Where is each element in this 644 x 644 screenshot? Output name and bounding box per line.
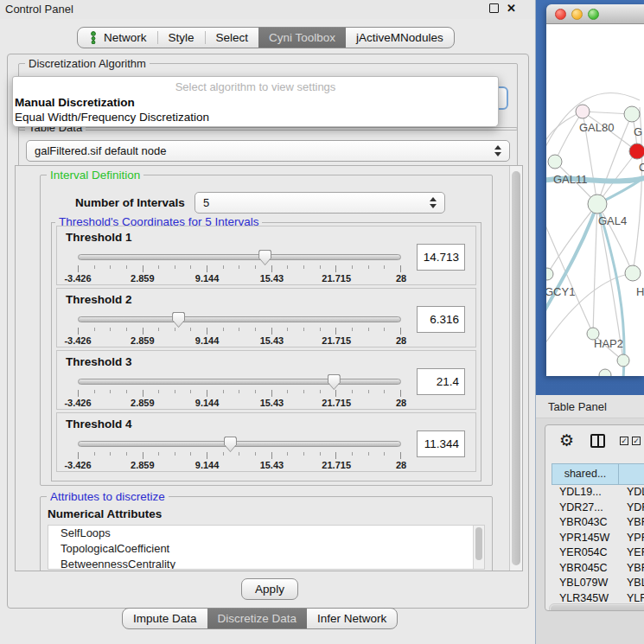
node-attribute-table[interactable]: shared...naYDL19...YDL1YDR27...YDR2YBR04… bbox=[552, 463, 644, 611]
table-horizontal-scrollbar[interactable] bbox=[549, 603, 644, 611]
table-cell[interactable]: YER054C bbox=[552, 545, 619, 561]
slider-handle[interactable] bbox=[224, 437, 237, 452]
tab-cyni-toolbox[interactable]: Cyni Toolbox bbox=[258, 28, 346, 48]
tab-discretize-data[interactable]: Discretize Data bbox=[207, 609, 308, 628]
network-node[interactable] bbox=[599, 369, 611, 376]
table-cell[interactable]: YDL1 bbox=[619, 485, 644, 501]
threshold-value-field[interactable]: 21.4 bbox=[417, 368, 465, 395]
tick-label: 2.859 bbox=[131, 398, 155, 408]
table-cell[interactable]: YBR0 bbox=[619, 561, 644, 577]
network-node-label: GAL11 bbox=[553, 173, 588, 186]
slider-tick-labels: -3.4262.8599.14415.4321.71528 bbox=[78, 398, 401, 408]
tab-select[interactable]: Select bbox=[206, 28, 259, 48]
control-panel-titlebar: Control Panel ✕ bbox=[0, 0, 535, 19]
table-data-combobox[interactable]: galFiltered.sif default node bbox=[26, 140, 510, 162]
table-cell[interactable]: YER0 bbox=[619, 545, 644, 561]
slider-handle[interactable] bbox=[258, 250, 271, 265]
tick-label: 2.859 bbox=[131, 335, 155, 346]
number-of-intervals-combobox[interactable]: 5 bbox=[194, 192, 445, 214]
table-cell[interactable]: YPR145W bbox=[552, 531, 619, 546]
tab-infer-network[interactable]: Infer Network bbox=[307, 609, 397, 628]
network-canvas[interactable]: GAL80GGAL11CGAL4GCY1HHAP2 bbox=[546, 24, 644, 376]
threshold-title: Threshold 4 bbox=[66, 418, 132, 430]
attribute-list-item[interactable]: SelfLoops bbox=[48, 526, 484, 541]
slider-track[interactable] bbox=[78, 441, 401, 447]
tab-style[interactable]: Style bbox=[158, 28, 205, 48]
tick-label: 21.715 bbox=[322, 460, 351, 470]
threshold-slider[interactable]: -3.4262.8599.14415.4321.71528 bbox=[73, 373, 406, 408]
control-panel-tabbar: NetworkStyleSelectCyni ToolboxjActiveMNo… bbox=[77, 27, 455, 48]
table-panel-area: ⚙ ✓ ✓ shared...naYDL19...YDL1YDR27...YDR… bbox=[536, 418, 644, 644]
table-cell[interactable]: YDR27... bbox=[552, 501, 619, 516]
tab-label: Infer Network bbox=[317, 612, 386, 625]
cyni-toolbox-panel: Discretization Algorithm Table Data galF… bbox=[7, 54, 529, 609]
tab-impute-data[interactable]: Impute Data bbox=[123, 609, 207, 628]
threshold-value-field[interactable]: 11.344 bbox=[417, 430, 465, 457]
table-row[interactable]: YER054CYER0 bbox=[552, 545, 644, 561]
columns-icon[interactable] bbox=[590, 434, 605, 448]
network-node[interactable] bbox=[617, 354, 629, 367]
tick-label: 28 bbox=[396, 460, 406, 470]
checked-checkbox-icon[interactable]: ✓ bbox=[620, 437, 628, 445]
network-edge-highlighted[interactable] bbox=[546, 204, 597, 320]
slider-track[interactable] bbox=[78, 254, 401, 260]
attribute-list-item[interactable]: BetweennessCentrality bbox=[48, 557, 484, 570]
table-row[interactable]: YBR043CYBR0 bbox=[552, 515, 644, 531]
tab-jactivemnodules[interactable]: jActiveMNodules bbox=[346, 28, 454, 48]
table-cell[interactable]: YPR1 bbox=[619, 531, 644, 546]
table-panel-toolbar: ⚙ ✓ ✓ bbox=[545, 425, 644, 458]
threshold-value-field[interactable]: 14.713 bbox=[417, 244, 465, 271]
network-node[interactable] bbox=[624, 106, 640, 122]
network-icon bbox=[88, 31, 99, 44]
table-row[interactable]: YDR27...YDR2 bbox=[552, 501, 644, 516]
network-graph[interactable]: GAL80GGAL11CGAL4GCY1HHAP2 bbox=[546, 24, 644, 376]
table-cell[interactable]: YBL0 bbox=[619, 576, 644, 591]
network-node[interactable] bbox=[548, 155, 562, 169]
table-cell[interactable]: YBL079W bbox=[552, 576, 619, 591]
gear-icon[interactable]: ⚙ bbox=[559, 432, 574, 449]
attributes-list-scrollbar[interactable] bbox=[473, 526, 484, 569]
table-column-header[interactable]: na bbox=[619, 463, 644, 485]
slider-handle[interactable] bbox=[172, 312, 185, 328]
table-row[interactable]: YBL079WYBL0 bbox=[552, 576, 644, 591]
close-traffic-icon[interactable] bbox=[555, 9, 566, 20]
network-node[interactable] bbox=[546, 268, 553, 280]
apply-button[interactable]: Apply bbox=[241, 578, 298, 600]
dropdown-option[interactable]: Equal Width/Frequency Discretization bbox=[13, 110, 498, 124]
network-edge[interactable] bbox=[593, 204, 597, 334]
table-cell[interactable]: YBR0 bbox=[619, 515, 644, 531]
table-row[interactable]: YBR045CYBR0 bbox=[552, 561, 644, 577]
threshold-slider[interactable]: -3.4262.8599.14415.4321.71528 bbox=[73, 436, 406, 470]
minimize-traffic-icon[interactable] bbox=[571, 9, 583, 20]
table-cell[interactable]: YDL19... bbox=[552, 485, 619, 501]
slider-track[interactable] bbox=[78, 379, 401, 385]
slider-ticks bbox=[78, 452, 401, 459]
slider-handle[interactable] bbox=[328, 374, 341, 390]
network-node[interactable] bbox=[625, 265, 641, 281]
network-node-label: HAP2 bbox=[594, 337, 623, 350]
tab-network[interactable]: Network bbox=[78, 28, 157, 48]
slider-track[interactable] bbox=[78, 316, 401, 322]
attribute-list-item[interactable]: TopologicalCoefficient bbox=[48, 541, 484, 557]
dropdown-option[interactable]: Manual Discretization bbox=[13, 95, 498, 110]
network-node[interactable] bbox=[588, 194, 607, 214]
checked-checkbox-icon[interactable]: ✓ bbox=[632, 437, 641, 445]
network-node[interactable] bbox=[576, 105, 590, 118]
settings-vertical-scrollbar[interactable] bbox=[509, 166, 522, 571]
zoom-traffic-icon[interactable] bbox=[588, 9, 599, 20]
table-cell[interactable]: YBR045C bbox=[552, 561, 619, 577]
numerical-attributes-list[interactable]: SelfLoopsTopologicalCoefficientBetweenne… bbox=[48, 525, 485, 570]
table-row[interactable]: YDL19...YDL1 bbox=[552, 485, 644, 501]
table-row[interactable]: YPR145WYPR1 bbox=[552, 531, 644, 546]
tick-label: 15.43 bbox=[260, 335, 284, 346]
threshold-value-field[interactable]: 6.316 bbox=[417, 306, 465, 333]
table-cell[interactable]: YBR043C bbox=[552, 515, 619, 531]
threshold-slider[interactable]: -3.4262.8599.14415.4321.71528 bbox=[73, 311, 406, 346]
network-edge[interactable] bbox=[546, 112, 583, 145]
close-icon[interactable]: ✕ bbox=[507, 2, 516, 15]
table-cell[interactable]: YDR2 bbox=[619, 501, 644, 516]
float-window-icon[interactable] bbox=[489, 3, 499, 13]
network-node[interactable] bbox=[629, 143, 644, 159]
threshold-slider[interactable]: -3.4262.8599.14415.4321.71528 bbox=[73, 249, 406, 284]
table-column-header[interactable]: shared... bbox=[552, 463, 619, 485]
